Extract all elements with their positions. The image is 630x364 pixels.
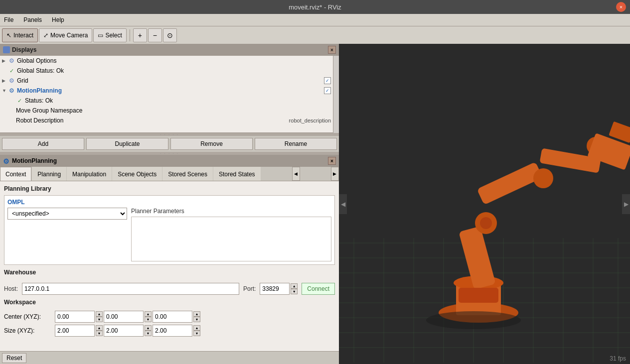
connect-button[interactable]: Connect: [302, 283, 335, 295]
center-x-up[interactable]: ▲: [96, 311, 103, 317]
remove-button[interactable]: Remove: [170, 138, 253, 150]
size-row: Size (XYZ): ▲ ▼ ▲ ▼ ▲: [4, 325, 335, 337]
size-x-up[interactable]: ▲: [96, 325, 103, 331]
duplicate-button[interactable]: Duplicate: [86, 138, 168, 150]
mp-title: MotionPlanning: [12, 157, 57, 164]
size-z-spinner: ▲ ▼: [193, 325, 200, 336]
tree-row-status[interactable]: ✓ Status: Ok: [0, 96, 333, 106]
planning-library-box: OMPL <unspecified> Planner Parameters: [4, 195, 335, 265]
planner-left: <unspecified>: [7, 208, 127, 261]
tree-label: Global Status: Ok: [17, 67, 331, 74]
gear-icon: ⚙: [8, 57, 15, 64]
displays-close-button[interactable]: ×: [328, 46, 336, 54]
displays-header: Displays ×: [0, 44, 339, 56]
main-layout: Displays × ▶ ⚙ Global Options ✓: [0, 44, 630, 364]
center-y-input[interactable]: [104, 311, 144, 323]
viewport[interactable]: ◀ ▶ 31 fps: [339, 44, 630, 364]
tab-arrow-left[interactable]: ◀: [292, 167, 300, 181]
motionplanning-checkbox[interactable]: ✓: [324, 87, 331, 94]
add-button[interactable]: Add: [2, 138, 84, 150]
warehouse-section: Host: Port: ▲ ▼ Connect: [4, 279, 335, 299]
tab-planning[interactable]: Planning: [32, 167, 66, 181]
svg-point-24: [480, 217, 492, 229]
expand-arrow: ▶: [2, 58, 8, 63]
workspace-section: Center (XYZ): ▲ ▼ ▲ ▼ ▲: [4, 309, 335, 339]
title-bar: moveit.rviz* - RViz ×: [0, 0, 630, 14]
rename-button[interactable]: Rename: [255, 138, 337, 150]
displays-title: Displays: [12, 46, 36, 53]
menu-file[interactable]: File: [2, 15, 15, 24]
tab-manipulation[interactable]: Manipulation: [67, 167, 112, 181]
viewport-arrow-left[interactable]: ◀: [339, 194, 347, 214]
minus-icon-button[interactable]: −: [148, 28, 162, 42]
displays-scrollbar[interactable]: [333, 56, 339, 133]
tree-row-global-status[interactable]: ✓ Global Status: Ok: [0, 66, 333, 76]
displays-panel: Displays × ▶ ⚙ Global Options ✓: [0, 44, 339, 152]
size-z-input[interactable]: [153, 325, 192, 337]
tree-label: Robot Description: [16, 117, 287, 124]
center-y-down[interactable]: ▼: [145, 317, 152, 322]
center-y-spinner: ▲ ▼: [145, 311, 152, 322]
tab-arrow-right[interactable]: ▶: [331, 167, 339, 181]
toolbar: ↖ Interact ⤢ Move Camera ▭ Select + − ⊙: [0, 26, 630, 44]
host-input[interactable]: [22, 283, 239, 295]
center-z-input[interactable]: [153, 311, 192, 323]
size-y-up[interactable]: ▲: [145, 325, 152, 331]
size-y-down[interactable]: ▼: [145, 331, 152, 336]
size-x-spinner: ▲ ▼: [96, 325, 103, 336]
menu-panels[interactable]: Panels: [21, 15, 44, 24]
port-label: Port:: [243, 285, 256, 292]
close-button[interactable]: ×: [616, 2, 626, 12]
tree-row-grid[interactable]: ▶ ⚙ Grid ✓: [0, 76, 333, 86]
tree-label: Move Group Namespace: [16, 107, 331, 114]
camera-icon-button[interactable]: ⊙: [163, 28, 177, 42]
menu-help[interactable]: Help: [50, 15, 66, 24]
interact-button[interactable]: ↖ Interact: [2, 28, 38, 42]
tab-scene-objects[interactable]: Scene Objects: [112, 167, 162, 181]
center-x-spinner: ▲ ▼: [96, 311, 103, 322]
port-spin-up[interactable]: ▲: [291, 283, 298, 289]
center-label: Center (XYZ):: [4, 313, 54, 320]
center-z-down[interactable]: ▼: [193, 317, 200, 322]
size-z-up[interactable]: ▲: [193, 325, 200, 331]
center-x-input[interactable]: [55, 311, 95, 323]
tree-row-move-group[interactable]: Move Group Namespace: [0, 106, 333, 116]
port-control: ▲ ▼: [260, 283, 298, 295]
planner-select[interactable]: <unspecified>: [7, 208, 127, 220]
tab-stored-states[interactable]: Stored States: [213, 167, 261, 181]
center-z-up[interactable]: ▲: [193, 311, 200, 317]
grid-checkbox[interactable]: ✓: [324, 77, 331, 84]
port-spin-down[interactable]: ▼: [291, 289, 298, 294]
center-x-down[interactable]: ▼: [96, 317, 103, 322]
viewport-arrow-right[interactable]: ▶: [622, 194, 630, 214]
size-x-down[interactable]: ▼: [96, 331, 103, 336]
size-x-input[interactable]: [55, 325, 95, 337]
port-input[interactable]: [260, 283, 290, 295]
tree-row-motionplanning[interactable]: ▼ ⚙ MotionPlanning ✓: [0, 86, 333, 96]
camera-move-icon: ⤢: [43, 32, 48, 39]
add-icon-button[interactable]: +: [133, 28, 147, 42]
tree-label: Grid: [17, 77, 322, 84]
reset-button[interactable]: Reset: [2, 353, 26, 363]
tree-row-robot-desc[interactable]: Robot Description robot_description: [0, 116, 333, 125]
size-y-input[interactable]: [104, 325, 144, 337]
displays-tree: ▶ ⚙ Global Options ✓ Global Status: Ok ▶…: [0, 56, 333, 133]
tab-context[interactable]: Context: [0, 167, 31, 181]
mp-close-button[interactable]: ×: [328, 157, 336, 165]
select-button[interactable]: ▭ Select: [93, 28, 126, 42]
motionplanning-icon: ⚙: [8, 87, 15, 94]
tree-row-global-options[interactable]: ▶ ⚙ Global Options: [0, 56, 333, 66]
svg-point-26: [533, 168, 553, 188]
move-camera-button[interactable]: ⤢ Move Camera: [39, 28, 92, 42]
size-z-down[interactable]: ▼: [193, 331, 200, 336]
mp-icon: ⚙: [3, 157, 10, 164]
robot-desc-value: robot_description: [287, 118, 331, 123]
planner-right: Planner Parameters: [131, 208, 331, 261]
check-icon: ✓: [16, 97, 23, 104]
menu-bar: File Panels Help: [0, 14, 630, 26]
tree-label: Global Options: [17, 57, 331, 64]
tab-stored-scenes[interactable]: Stored Scenes: [162, 167, 213, 181]
host-label: Host:: [4, 285, 18, 292]
center-y-up[interactable]: ▲: [145, 311, 152, 317]
size-y-spinner: ▲ ▼: [145, 325, 152, 336]
